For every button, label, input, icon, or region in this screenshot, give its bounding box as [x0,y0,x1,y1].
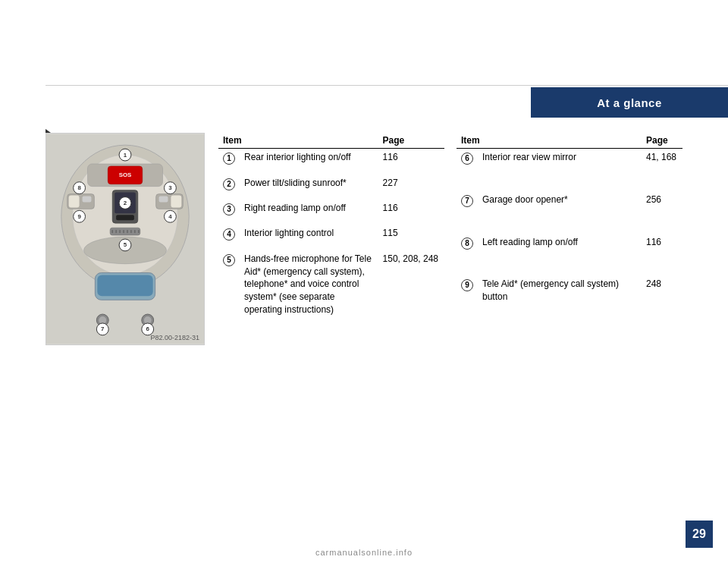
car-diagram-svg: SOS [46,134,204,344]
item-page-cell: 256 [642,191,682,234]
svg-text:4: 4 [168,213,172,220]
item-text-cell: Rear interior lighting on/off [240,149,378,175]
item-num-circle: 5 [223,254,235,266]
svg-rect-14 [159,197,168,203]
table-row: 7Garage door opener*256 [457,191,682,234]
banner-title: At a glance [597,96,662,109]
item-page-cell: 116 [642,234,682,276]
item-num-circle: 7 [461,195,473,207]
item-num-circle: 9 [461,279,473,291]
item-text-cell: Garage door opener* [478,191,642,234]
svg-rect-10 [69,196,80,208]
image-caption: P82.00-2182-31 [150,334,199,341]
item-num-circle: 1 [223,153,235,165]
table-row: 2Power tilt/sliding sunroof*227 [218,175,444,200]
item-num-circle: 8 [461,237,473,250]
item-text-cell: Tele Aid* (emergency call system) button [478,275,642,345]
table-row: 3Right reading lamp on/off116 [218,200,444,225]
svg-text:9: 9 [77,213,81,220]
svg-text:7: 7 [101,326,105,332]
table-row: 1Rear interior lighting on/off116 [218,149,444,175]
main-content: SOS [46,133,682,345]
item-page-cell: 248 [642,275,682,345]
watermark: carmanualsonline.info [315,548,413,557]
item-number-cell: 9 [457,275,478,345]
item-number-cell: 7 [457,191,478,234]
item-num-circle: 4 [223,228,235,241]
table-row: 8Left reading lamp on/off116 [457,234,682,276]
car-image-container: SOS [46,133,205,345]
page-number-badge: 29 [686,521,713,548]
item-num-circle: 6 [461,153,473,165]
table-row: 6Interior rear view mirror41, 168 [457,149,682,192]
svg-rect-15 [110,228,140,235]
at-a-glance-banner: At a glance [531,87,728,118]
svg-text:1: 1 [124,152,127,159]
table-row: 5Hands-free microphone for Tele Aid* (em… [218,250,444,345]
item-text-cell: Interior rear view mirror [478,149,642,192]
item-number-cell: 8 [457,234,478,276]
item-page-cell: 150, 208, 248 [378,250,444,345]
svg-text:5: 5 [124,241,127,248]
item-page-cell: 115 [378,225,444,250]
right-table-page-header: Page [642,133,682,149]
left-table: Item Page 1Rear interior lighting on/off… [218,133,444,345]
table-row: 4Interior lighting control115 [218,225,444,250]
svg-rect-11 [83,197,92,203]
item-page-cell: 116 [378,200,444,225]
item-page-cell: 227 [378,175,444,200]
svg-rect-8 [116,215,134,220]
tables-container: Item Page 1Rear interior lighting on/off… [218,133,682,345]
item-text-cell: Power tilt/sliding sunroof* [240,175,378,200]
table-row: 9Tele Aid* (emergency call system) butto… [457,275,682,345]
item-text-cell: Hands-free microphone for Tele Aid* (eme… [240,250,378,345]
item-number-cell: 6 [457,149,478,192]
item-number-cell: 3 [218,200,240,225]
svg-rect-26 [97,275,152,297]
item-number-cell: 5 [218,250,240,345]
item-text-cell: Right reading lamp on/off [240,200,378,225]
item-page-cell: 41, 168 [642,149,682,192]
svg-text:6: 6 [146,326,150,332]
page-number: 29 [692,527,706,541]
item-number-cell: 2 [218,175,240,200]
item-num-circle: 2 [223,178,235,190]
right-table: Item Page 6Interior rear view mirror41, … [457,133,682,345]
svg-text:3: 3 [168,184,172,191]
left-table-page-header: Page [378,133,444,149]
item-page-cell: 116 [378,149,444,175]
divider-line [46,85,728,86]
svg-text:8: 8 [77,184,81,191]
item-text-cell: Interior lighting control [240,225,378,250]
item-text-cell: Left reading lamp on/off [478,234,642,276]
item-number-cell: 4 [218,225,240,250]
right-table-item-header: Item [457,133,642,149]
left-table-item-header: Item [218,133,378,149]
item-number-cell: 1 [218,149,240,175]
svg-text:SOS: SOS [119,171,132,178]
svg-rect-13 [171,196,181,208]
item-num-circle: 3 [223,203,235,215]
svg-text:2: 2 [124,200,127,206]
